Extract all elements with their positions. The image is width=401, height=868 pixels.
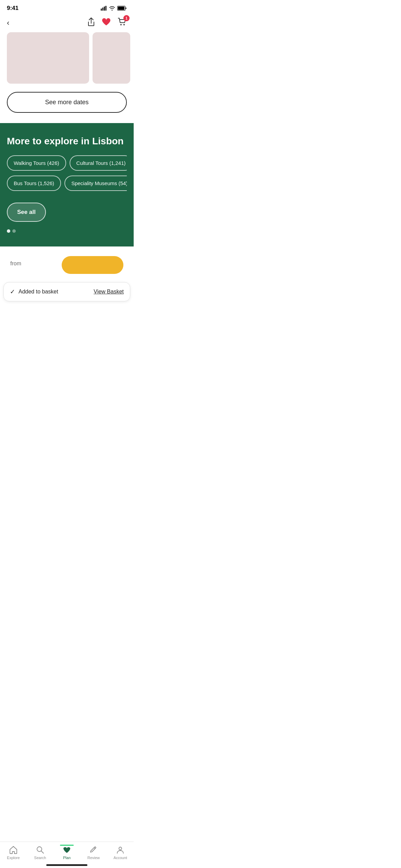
heart-icon bbox=[101, 17, 111, 26]
svg-point-6 bbox=[120, 24, 122, 25]
tag-walking-tours[interactable]: Walking Tours (426) bbox=[7, 155, 66, 171]
book-button-placeholder[interactable] bbox=[62, 256, 123, 274]
svg-rect-3 bbox=[106, 6, 107, 11]
share-button[interactable] bbox=[87, 17, 95, 29]
share-icon bbox=[87, 17, 95, 27]
tags-row-1: Walking Tours (426) Cultural Tours (1,24… bbox=[7, 155, 127, 171]
see-all-button[interactable]: See all bbox=[7, 203, 46, 222]
basket-left: ✓ Added to basket bbox=[10, 288, 58, 296]
svg-rect-5 bbox=[118, 7, 124, 10]
nav-bar: ‹ 1 bbox=[0, 14, 134, 32]
nav-actions: 1 bbox=[87, 17, 127, 29]
cart-badge: 1 bbox=[123, 15, 130, 21]
purchase-section: from bbox=[0, 246, 134, 282]
status-icons bbox=[101, 6, 127, 11]
svg-point-7 bbox=[123, 24, 125, 25]
status-time: 9:41 bbox=[7, 5, 19, 12]
see-more-dates-button[interactable]: See more dates bbox=[7, 92, 127, 113]
basket-message: Added to basket bbox=[19, 289, 58, 295]
from-label: from bbox=[10, 261, 21, 267]
back-button[interactable]: ‹ bbox=[7, 19, 9, 27]
battery-icon bbox=[117, 6, 127, 11]
status-bar: 9:41 bbox=[0, 0, 134, 14]
check-icon: ✓ bbox=[10, 288, 15, 296]
wifi-icon bbox=[109, 6, 115, 11]
dot-1 bbox=[7, 229, 10, 233]
cart-button[interactable]: 1 bbox=[117, 17, 127, 29]
dot-2 bbox=[12, 229, 16, 233]
tag-bus-tours[interactable]: Bus Tours (1,526) bbox=[7, 176, 61, 191]
svg-rect-0 bbox=[101, 9, 102, 11]
from-row: from bbox=[7, 256, 127, 274]
basket-notification: ✓ Added to basket View Basket bbox=[3, 282, 130, 301]
image-gallery bbox=[0, 32, 134, 84]
signal-icon bbox=[101, 6, 107, 11]
tags-row-2: Bus Tours (1,526) Speciality Museums (54… bbox=[7, 176, 127, 191]
secondary-image bbox=[93, 32, 130, 84]
tag-speciality-museums[interactable]: Speciality Museums (54) bbox=[64, 176, 127, 191]
favorite-button[interactable] bbox=[101, 17, 111, 28]
svg-rect-1 bbox=[102, 8, 104, 11]
svg-rect-2 bbox=[104, 7, 105, 11]
explore-section-title: More to explore in Lisbon bbox=[7, 135, 127, 147]
explore-section: More to explore in Lisbon Walking Tours … bbox=[0, 123, 134, 246]
main-image bbox=[7, 32, 89, 84]
tag-cultural-tours[interactable]: Cultural Tours (1,241) bbox=[70, 155, 127, 171]
view-basket-link[interactable]: View Basket bbox=[94, 289, 124, 295]
dot-indicator bbox=[7, 229, 127, 233]
